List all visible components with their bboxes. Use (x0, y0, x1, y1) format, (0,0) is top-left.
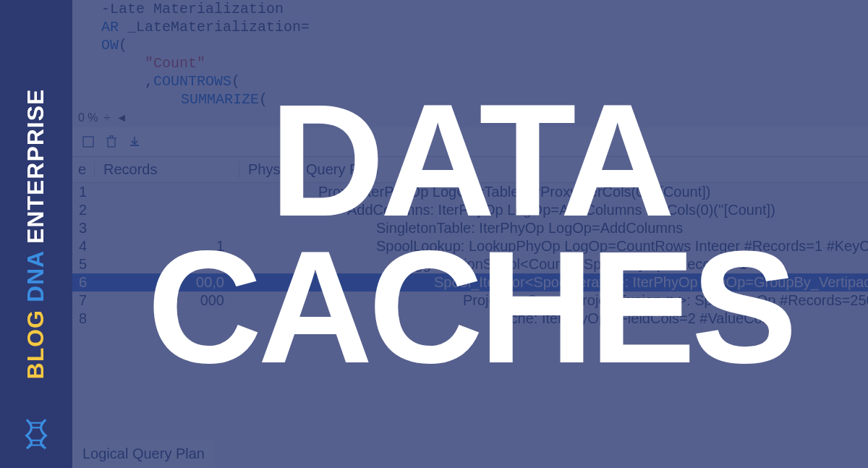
brand-dna: DNA (23, 251, 49, 302)
brand-blog: BLOG (23, 310, 49, 379)
sidebar-brand: BLOG DNA ENTERPRISE (23, 89, 50, 380)
dark-overlay (72, 0, 868, 468)
sidebar: BLOG DNA ENTERPRISE (0, 0, 72, 468)
dna-helix-icon (20, 418, 52, 450)
brand-enterprise: ENTERPRISE (23, 89, 49, 244)
